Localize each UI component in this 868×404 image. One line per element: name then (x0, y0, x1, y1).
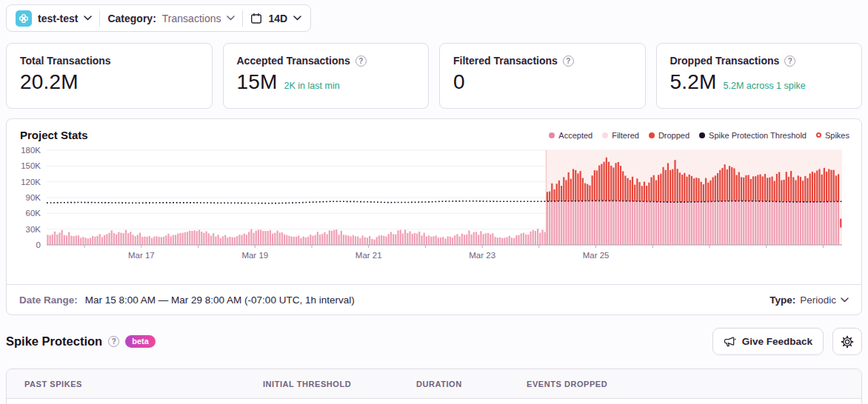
chart-footer: Date Range: Mar 15 8:00 AM — Mar 29 8:00… (7, 284, 861, 314)
x-axis-tick-label: Mar 25 (583, 251, 610, 260)
y-axis-tick-label: 90K (26, 193, 41, 202)
past-spikes-table: PAST SPIKESINITIAL THRESHOLDDURATIONEVEN… (6, 368, 862, 404)
x-axis-tick-label: Mar 21 (355, 251, 382, 260)
legend-dot-icon (649, 132, 655, 138)
help-icon[interactable]: ? (784, 55, 795, 67)
date-range-text: Mar 15 8:00 AM — Mar 29 8:00 AM (-07:00 … (85, 294, 355, 306)
date-range-value: 14D (268, 13, 287, 24)
stat-card-value: 20.2M (20, 70, 79, 94)
stat-card-title: Dropped Transactions (670, 55, 780, 67)
x-axis-tick-label: Mar 17 (128, 251, 155, 260)
chevron-down-icon (293, 16, 301, 21)
table-header-cell: INITIAL THRESHOLD (263, 380, 416, 388)
table-header-cell: DURATION (416, 380, 527, 388)
legend-item[interactable]: Spike Protection Threshold (699, 131, 807, 140)
x-axis-tick-label: Mar 23 (469, 251, 495, 260)
calendar-icon (250, 13, 262, 24)
section-title: Spike Protection (6, 334, 102, 349)
chevron-down-icon (227, 16, 235, 21)
give-feedback-label: Give Feedback (742, 336, 812, 347)
stat-card: Total Transactions20.2M (6, 43, 213, 109)
chevron-down-icon (841, 297, 849, 303)
stat-card-value: 0 (453, 70, 465, 94)
legend-item[interactable]: Filtered (602, 131, 639, 140)
stat-card-note[interactable]: 5.2M across 1 spike (724, 81, 806, 91)
legend-dot-icon (699, 132, 705, 138)
table-header-cell: EVENTS DROPPED (527, 380, 844, 388)
stat-card-value: 5.2M (670, 70, 717, 94)
stat-card-title: Total Transactions (20, 55, 111, 67)
stat-card: Filtered Transactions?0 (439, 43, 646, 109)
table-row (7, 399, 861, 404)
y-axis-tick-label: 180K (21, 146, 41, 155)
legend-label: Dropped (658, 131, 690, 140)
divider (99, 10, 100, 27)
help-icon[interactable]: ? (108, 336, 119, 347)
settings-button[interactable] (832, 328, 862, 355)
help-icon[interactable]: ? (563, 55, 574, 67)
legend-label: Spikes (825, 131, 849, 140)
stat-card-value: 15M (237, 70, 278, 94)
project-selector[interactable]: test-test (16, 10, 92, 27)
legend-dot-icon (602, 132, 608, 138)
legend-item[interactable]: Accepted (549, 131, 592, 140)
legend-label: Spike Protection Threshold (709, 131, 807, 140)
category-value: Transactions (162, 13, 221, 24)
type-selector[interactable]: Type: Periodic (769, 294, 849, 306)
table-header-row: PAST SPIKESINITIAL THRESHOLDDURATIONEVEN… (7, 369, 861, 399)
legend-label: Filtered (612, 131, 639, 140)
stat-card-title: Accepted Transactions (237, 55, 350, 67)
category-label: Category: (107, 13, 156, 24)
spike-protection-header: Spike Protection ? beta Give Feedback (6, 328, 862, 355)
y-axis-tick-label: 120K (21, 178, 41, 186)
usage-chart-svg: 030K60K90K120K150K180KMar 17Mar 19Mar 21… (7, 143, 861, 266)
page-filter-bar: test-test Category: Transactions 14D (6, 4, 311, 32)
legend-dot-icon (549, 132, 555, 138)
type-value: Periodic (800, 294, 836, 306)
help-icon[interactable]: ? (355, 55, 367, 67)
stat-card: Accepted Transactions?15M2K in last min (223, 43, 430, 109)
legend-item[interactable]: Dropped (649, 131, 690, 140)
divider (242, 10, 243, 27)
y-axis-tick-label: 60K (26, 209, 41, 218)
x-axis-tick-label: Mar 19 (241, 251, 268, 260)
chevron-down-icon (84, 16, 92, 21)
date-range-selector[interactable]: 14D (250, 13, 301, 24)
stat-card: Dropped Transactions?5.2M5.2M across 1 s… (656, 43, 863, 109)
project-stats-panel: Project Stats AcceptedFilteredDroppedSpi… (6, 118, 862, 315)
y-axis-tick-label: 150K (21, 161, 41, 170)
megaphone-icon (724, 336, 736, 348)
project-avatar-icon (16, 10, 32, 27)
chart-legend: AcceptedFilteredDroppedSpike Protection … (549, 131, 849, 140)
y-axis-tick-label: 0 (36, 240, 41, 249)
date-range-label: Date Range: (19, 294, 78, 306)
legend-item[interactable]: Spikes (816, 131, 849, 140)
give-feedback-button[interactable]: Give Feedback (712, 328, 824, 355)
y-axis-tick-label: 30K (26, 225, 41, 234)
usage-chart: 030K60K90K120K150K180KMar 17Mar 19Mar 21… (7, 143, 861, 269)
stat-card-title: Filtered Transactions (453, 55, 558, 67)
legend-label: Accepted (558, 131, 592, 140)
category-selector[interactable]: Category: Transactions (107, 13, 235, 24)
beta-badge: beta (125, 335, 156, 348)
stat-card-note[interactable]: 2K in last min (284, 81, 340, 91)
spikes-ring-icon (816, 132, 821, 138)
chart-title: Project Stats (20, 129, 88, 141)
type-label: Type: (769, 294, 795, 306)
gear-icon (841, 335, 854, 349)
project-name: test-test (38, 13, 78, 24)
table-header-cell: PAST SPIKES (24, 380, 263, 388)
stat-cards-row: Total Transactions20.2MAccepted Transact… (6, 43, 862, 109)
